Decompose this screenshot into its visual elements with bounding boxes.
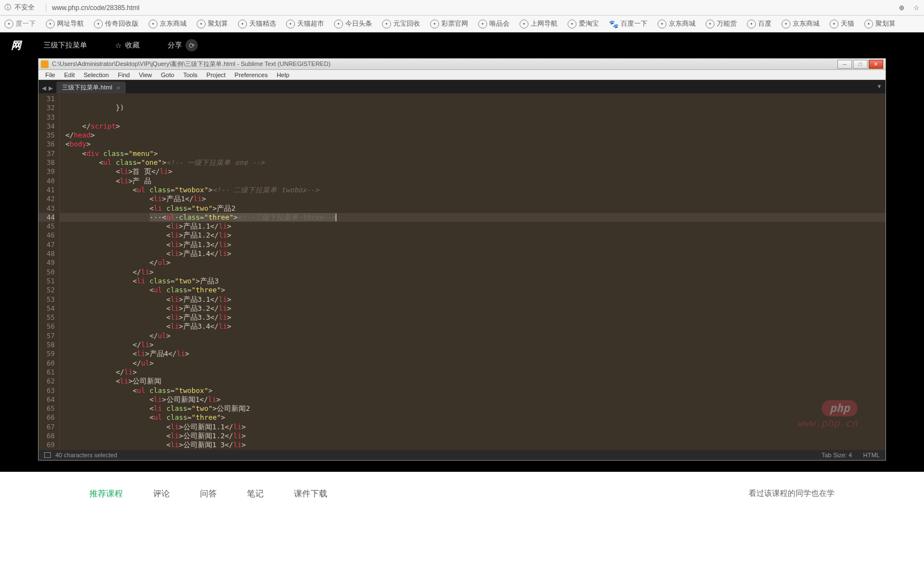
code-line[interactable]: <li>产品1.4</li> xyxy=(60,249,885,258)
zoom-icon[interactable]: ⊕ xyxy=(899,4,904,12)
bookmark-item[interactable]: •天猫超市 xyxy=(286,19,324,29)
footer-tab[interactable]: 问答 xyxy=(200,489,217,503)
code-line[interactable]: }) xyxy=(60,103,885,112)
bookmark-item[interactable]: •万能货 xyxy=(706,19,737,29)
editor[interactable]: 3132333435363738394041424344454647484950… xyxy=(39,93,885,450)
code-line[interactable]: <li>产品3.2</li> xyxy=(60,304,885,313)
code-line[interactable]: <ul class="twobox"> xyxy=(60,386,885,395)
code-line[interactable]: <ul class="three"> xyxy=(60,286,885,295)
code-line[interactable]: <li>公司新闻1.2</li> xyxy=(60,432,885,440)
bookmark-icon: • xyxy=(658,20,666,29)
code-line[interactable]: <ul class="twobox"><!-- 二级下拉菜单 twobox--> xyxy=(60,186,885,195)
tab-close-icon[interactable]: × xyxy=(117,84,120,91)
status-tabsize[interactable]: Tab Size: 4 xyxy=(822,452,852,458)
code-line[interactable]: </script> xyxy=(60,122,885,131)
tab-nav-back-icon[interactable]: ◀ xyxy=(42,85,46,91)
code-line[interactable]: <li class="two">产品2 xyxy=(60,204,885,213)
bookmark-item[interactable]: 🐾百度一下 xyxy=(609,19,647,29)
browser-address-bar: ⓘ 不安全 www.php.cn/code/28385.html ⊕ ☆ xyxy=(0,0,924,16)
code-line[interactable]: <li>产品1.1</li> xyxy=(60,222,885,231)
bookmark-item[interactable]: •京东商城 xyxy=(782,19,820,29)
code-line[interactable]: </ul> xyxy=(60,258,885,267)
insecure-indicator[interactable]: ⓘ 不安全 xyxy=(4,3,35,12)
code-line[interactable]: <li>产品3.1</li> xyxy=(60,295,885,304)
star-icon[interactable]: ☆ xyxy=(913,4,920,12)
bookmark-item[interactable]: •今日头条 xyxy=(334,19,372,29)
bookmark-item[interactable]: •传奇回收版 xyxy=(94,19,139,29)
code-line[interactable]: <li>产品3.3</li> xyxy=(60,313,885,322)
status-language[interactable]: HTML xyxy=(863,452,880,458)
file-tab[interactable]: 三级下拉菜单.html × xyxy=(56,82,126,93)
bookmark-item[interactable]: •百度 xyxy=(747,19,771,29)
menu-edit[interactable]: Edit xyxy=(60,72,79,78)
bookmark-item[interactable]: •上网导航 xyxy=(520,19,558,29)
code-line[interactable] xyxy=(60,113,885,122)
code-line[interactable]: <li>首 页</li> xyxy=(60,167,885,176)
code-line[interactable]: <li>产品1</li> xyxy=(60,195,885,203)
footer-tab[interactable]: 推荐课程 xyxy=(89,489,123,503)
code-line[interactable]: <li>公司新闻1</li> xyxy=(60,395,885,404)
code-line[interactable]: <ul class="one"><!-- 一级下拉菜单 one --> xyxy=(60,158,885,167)
code-line[interactable]: <li class="two">公司新闻2 xyxy=(60,404,885,413)
code-line[interactable]: <li>公司新闻 xyxy=(60,377,885,386)
code-line[interactable]: </li> xyxy=(60,340,885,349)
menu-goto[interactable]: Goto xyxy=(156,72,179,78)
code-line[interactable]: <li>产品3.4</li> xyxy=(60,322,885,331)
code-line[interactable]: <div class="menu"> xyxy=(60,149,885,158)
footer-tab[interactable]: 评论 xyxy=(153,489,170,503)
bookmark-item[interactable]: •彩票官网 xyxy=(430,19,468,29)
bookmark-item[interactable]: •聚划算 xyxy=(197,19,228,29)
code-line[interactable]: <li>产 品 xyxy=(60,177,885,186)
console-icon[interactable] xyxy=(44,452,51,458)
bookmark-item[interactable]: •元宝回收 xyxy=(382,19,420,29)
menu-tools[interactable]: Tools xyxy=(179,72,202,78)
menu-selection[interactable]: Selection xyxy=(79,72,113,78)
bookmark-item[interactable]: •京东商城 xyxy=(149,19,187,29)
menu-preferences[interactable]: Preferences xyxy=(230,72,272,78)
bookmark-item[interactable]: •京东商城 xyxy=(658,19,696,29)
code-line[interactable]: <li>产品1.2</li> xyxy=(60,231,885,240)
bookmark-item[interactable]: •天猫精选 xyxy=(238,19,276,29)
bookmark-item[interactable]: •网址导航 xyxy=(46,19,84,29)
tab-dropdown-icon[interactable]: ▼ xyxy=(877,83,882,89)
bookmark-item[interactable]: •天猫 xyxy=(830,19,854,29)
window-title: C:\Users\Administrator\Desktop\VIP\jQuer… xyxy=(52,60,836,68)
code-area[interactable]: }) </script></head><body> <div class="me… xyxy=(60,93,885,450)
menu-help[interactable]: Help xyxy=(272,72,294,78)
code-line[interactable]: <li>公司新闻1.1</li> xyxy=(60,423,885,432)
nav-share[interactable]: 分享 ⟳ xyxy=(168,39,198,51)
footer-tab[interactable]: 课件下载 xyxy=(294,489,327,503)
close-button[interactable]: ✕ xyxy=(869,60,883,69)
code-line[interactable]: </ul> xyxy=(60,331,885,340)
code-line[interactable]: </li> xyxy=(60,268,885,277)
tab-nav-forward-icon[interactable]: ▶ xyxy=(49,85,53,91)
maximize-button[interactable]: □ xyxy=(853,60,868,69)
code-line[interactable]: <li>产品4</li> xyxy=(60,349,885,358)
code-line[interactable]: <li class="two">产品3 xyxy=(60,277,885,286)
bookmark-item[interactable]: •爱淘宝 xyxy=(568,19,599,29)
code-line[interactable]: <li>公司新闻1 3</li> xyxy=(60,440,885,449)
window-titlebar[interactable]: C:\Users\Administrator\Desktop\VIP\jQuer… xyxy=(39,59,885,70)
menu-project[interactable]: Project xyxy=(202,72,230,78)
code-line[interactable] xyxy=(60,94,885,103)
site-logo[interactable]: 网 xyxy=(11,39,21,52)
bookmark-item[interactable]: •度一下 xyxy=(4,19,36,29)
bookmark-item[interactable]: •聚划算 xyxy=(864,19,896,29)
footer-tab[interactable]: 笔记 xyxy=(247,489,264,503)
code-line[interactable]: <li>产品1.3</li> xyxy=(60,240,885,249)
code-line[interactable]: </head> xyxy=(60,131,885,140)
nav-breadcrumb[interactable]: 三级下拉菜单 xyxy=(44,40,87,50)
code-line[interactable]: <body> xyxy=(60,140,885,149)
menu-file[interactable]: File xyxy=(41,72,60,78)
menu-view[interactable]: View xyxy=(134,72,156,78)
code-line[interactable]: <ul class="three"> xyxy=(60,413,885,422)
code-line[interactable]: ···<ul·class="three"><!--三级下拉菜单·three--> xyxy=(60,213,885,222)
url-text[interactable]: www.php.cn/code/28385.html xyxy=(52,4,899,12)
code-line[interactable]: </ul> xyxy=(60,359,885,368)
nav-favorite[interactable]: ☆ 收藏 xyxy=(115,40,140,50)
line-number: 39 xyxy=(39,167,55,176)
minimize-button[interactable]: ─ xyxy=(837,60,852,69)
menu-find[interactable]: Find xyxy=(113,72,134,78)
code-line[interactable]: </li> xyxy=(60,368,885,377)
bookmark-item[interactable]: •唯品会 xyxy=(478,19,509,29)
